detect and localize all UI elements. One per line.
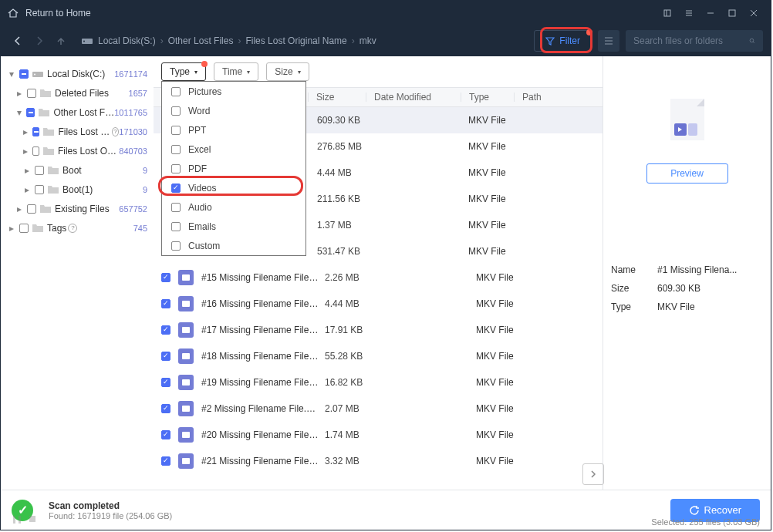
file-checkbox[interactable] (161, 404, 170, 413)
type-checkbox[interactable] (171, 145, 181, 154)
minimize-button[interactable] (700, 2, 721, 24)
type-checkbox[interactable] (171, 126, 181, 135)
type-option-label: Audio (188, 202, 212, 213)
return-home-link[interactable]: Return to Home (25, 8, 91, 19)
tree-item[interactable]: ▸Existing Files657752 (4, 199, 150, 218)
column-size[interactable]: Size (309, 92, 366, 103)
preview-button[interactable]: Preview (646, 163, 728, 184)
type-checkbox[interactable] (171, 184, 181, 193)
tree-item[interactable]: ▸Boot9 (4, 160, 150, 180)
file-checkbox[interactable] (161, 299, 170, 308)
preview-next-button[interactable] (582, 463, 604, 485)
home-icon[interactable] (7, 7, 19, 19)
tree-item[interactable]: ▸Deleted Files1657 (4, 83, 150, 103)
tree-checkbox[interactable] (32, 127, 39, 136)
file-row[interactable]: #15 Missing Filename File.mkv2.26 MBMKV … (154, 264, 603, 291)
breadcrumb-item[interactable]: Other Lost Files (168, 35, 234, 46)
tree-chevron[interactable]: ▾ (7, 69, 16, 79)
file-checkbox[interactable] (161, 352, 170, 361)
file-checkbox[interactable] (161, 273, 170, 282)
tree-item[interactable]: ▾Other Lost Files1011765 (4, 103, 150, 122)
type-checkbox[interactable] (171, 241, 181, 251)
pin-icon[interactable] (657, 2, 678, 24)
type-checkbox[interactable] (171, 203, 181, 212)
tree-item[interactable]: ▾Local Disk(C:)1671174 (4, 64, 150, 83)
tree-checkbox[interactable] (27, 89, 36, 98)
breadcrumb-item[interactable]: mkv (359, 35, 376, 46)
type-option[interactable]: Emails (162, 217, 305, 236)
tree-count: 745 (133, 224, 147, 233)
type-checkbox[interactable] (171, 222, 181, 231)
filter-button[interactable]: Filter (534, 30, 592, 52)
close-button[interactable] (743, 2, 765, 24)
type-option[interactable]: PPT (162, 120, 305, 140)
column-path[interactable]: Path (515, 92, 603, 103)
type-option[interactable]: Custom (162, 236, 305, 255)
type-option[interactable]: Pictures (162, 82, 305, 101)
type-checkbox[interactable] (171, 164, 181, 173)
file-size: 531.47 KB (311, 246, 368, 257)
tree-chevron[interactable]: ▸ (15, 204, 24, 214)
filter-time-pill[interactable]: Time▾ (214, 62, 258, 81)
folder-icon (42, 126, 55, 138)
column-type[interactable]: Type (461, 92, 514, 103)
type-option[interactable]: Audio (162, 197, 305, 217)
nav-back-button[interactable] (8, 32, 27, 50)
search-box[interactable] (626, 30, 763, 52)
preview-button-label: Preview (670, 168, 704, 179)
type-option[interactable]: PDF (162, 159, 305, 178)
maximize-button[interactable] (721, 2, 743, 24)
file-row[interactable]: #2 Missing Filename File.mkv2.07 MBMKV F… (154, 396, 603, 422)
help-icon[interactable]: ? (68, 224, 77, 233)
filter-type-pill[interactable]: Type▾ (161, 62, 206, 81)
breadcrumb-item[interactable]: Files Lost Original Name (245, 35, 346, 46)
breadcrumb-item[interactable]: Local Disk(S:) (98, 35, 156, 46)
search-input[interactable] (633, 35, 749, 46)
file-row[interactable]: #21 Missing Filename File.mkv3.32 MBMKV … (154, 448, 603, 474)
file-checkbox[interactable] (161, 456, 170, 466)
type-option[interactable]: Word (162, 101, 305, 120)
help-icon[interactable]: ? (112, 127, 119, 136)
file-row[interactable]: #18 Missing Filename File.mkv55.28 KBMKV… (154, 343, 603, 369)
tree-checkbox[interactable] (19, 224, 29, 233)
nav-up-button[interactable] (52, 32, 70, 50)
file-row[interactable]: #19 Missing Filename File.mkv16.82 KBMKV… (154, 369, 603, 396)
tree-chevron[interactable]: ▸ (22, 126, 29, 137)
tree-checkbox[interactable] (26, 108, 35, 117)
tree-chevron[interactable]: ▸ (7, 223, 16, 234)
menu-icon[interactable] (678, 2, 700, 24)
type-option[interactable]: Excel (162, 140, 305, 159)
pause-control[interactable] (13, 516, 35, 527)
file-type: MKV File (470, 298, 522, 309)
tree-checkbox[interactable] (32, 146, 39, 156)
tree-chevron[interactable]: ▸ (22, 184, 32, 195)
tree-chevron[interactable]: ▾ (15, 107, 23, 118)
column-date[interactable]: Date Modified (366, 92, 461, 103)
file-row[interactable]: #16 Missing Filename File.mkv4.44 MBMKV … (154, 291, 603, 317)
file-size: 609.30 KB (311, 115, 368, 126)
file-checkbox[interactable] (161, 378, 170, 387)
tree-chevron[interactable]: ▸ (22, 146, 29, 157)
type-option-label: Pictures (188, 86, 221, 97)
tree-checkbox[interactable] (27, 204, 36, 214)
tree-checkbox[interactable] (19, 69, 29, 79)
tree-item[interactable]: ▸Tags?745 (4, 218, 150, 237)
file-row[interactable]: #20 Missing Filename File.mkv1.74 MBMKV … (154, 422, 603, 448)
tree-chevron[interactable]: ▸ (15, 88, 24, 99)
tree-chevron[interactable]: ▸ (22, 165, 32, 176)
type-option[interactable]: Videos (162, 178, 305, 197)
tree-checkbox[interactable] (35, 166, 44, 175)
nav-forward-button[interactable] (30, 32, 49, 50)
type-checkbox[interactable] (171, 106, 181, 116)
filter-size-pill[interactable]: Size▾ (266, 62, 309, 81)
file-checkbox[interactable] (161, 325, 170, 335)
view-list-button[interactable] (598, 30, 619, 52)
tree-item[interactable]: ▸Files Lost Original ...840703 (4, 141, 150, 160)
type-checkbox[interactable] (171, 87, 181, 96)
tree-item[interactable]: ▸Files Lost Origi...?171030 (4, 122, 150, 141)
tree-item[interactable]: ▸Boot(1)9 (4, 180, 150, 199)
tree-label: Local Disk(C:) (47, 69, 105, 79)
file-checkbox[interactable] (161, 430, 170, 439)
file-row[interactable]: #17 Missing Filename File.mkv17.91 KBMKV… (154, 317, 603, 343)
tree-checkbox[interactable] (35, 185, 44, 194)
